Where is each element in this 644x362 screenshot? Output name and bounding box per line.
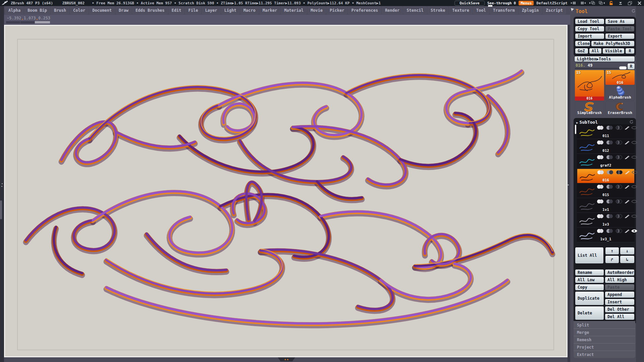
autoreorder-button[interactable]: AutoReorder bbox=[605, 269, 635, 276]
dock-left-icon[interactable] bbox=[589, 1, 596, 5]
subtool-item-011[interactable]: 011 bbox=[577, 124, 635, 139]
menu-item-color[interactable]: Color bbox=[70, 7, 88, 14]
menu-item-document[interactable]: Document bbox=[89, 7, 115, 14]
subtool-item-1v3[interactable]: 1v3 bbox=[577, 213, 635, 228]
duplicate-button[interactable]: Duplicate bbox=[575, 291, 604, 305]
subtool-item-1v1[interactable]: 1v1 bbox=[577, 198, 635, 213]
visible-r-button[interactable]: R bbox=[625, 48, 635, 54]
section-merge[interactable]: Merge bbox=[574, 328, 635, 336]
subtool-scrollbar[interactable] bbox=[575, 125, 576, 134]
tool-slider-track[interactable] bbox=[575, 68, 625, 69]
left-tray-open-arrow[interactable]: ◂▸ bbox=[0, 182, 4, 188]
subtool-item-graf2[interactable]: graf2 bbox=[577, 154, 635, 169]
shade-toggle-icon[interactable] bbox=[606, 170, 614, 175]
shade-toggle-icon[interactable] bbox=[606, 125, 614, 130]
shade-toggle-icon[interactable] bbox=[606, 140, 614, 145]
subtool-item-1v3_1[interactable]: 1v3_1 bbox=[577, 228, 635, 242]
close-icon[interactable] bbox=[636, 1, 643, 5]
shade-toggle-icon[interactable] bbox=[606, 229, 614, 233]
goz-button[interactable]: GoZ bbox=[575, 48, 588, 54]
menu-item-edit[interactable]: Edit bbox=[169, 7, 184, 14]
pen-icon[interactable] bbox=[625, 170, 630, 175]
subtool-up-button[interactable]: ↑ bbox=[605, 247, 619, 255]
pen-icon[interactable] bbox=[625, 184, 630, 189]
quicksave-button[interactable]: QuickSave bbox=[454, 1, 485, 6]
menu-item-zplugin[interactable]: Zplugin bbox=[519, 7, 542, 14]
subtool-down-button[interactable]: ↓ bbox=[620, 247, 635, 255]
visible-button[interactable]: Visible bbox=[602, 48, 625, 54]
menu-item-material[interactable]: Material bbox=[281, 7, 307, 14]
menu-item-movie[interactable]: Movie bbox=[308, 7, 326, 14]
halfcircle-toggle-icon[interactable] bbox=[615, 229, 623, 233]
insert-button[interactable]: Insert bbox=[605, 299, 635, 305]
divider-left-icon[interactable] bbox=[570, 1, 577, 5]
active-tool-thumbnail[interactable]: 15 016 bbox=[575, 70, 604, 101]
polypaint-toggle-icon[interactable] bbox=[596, 214, 604, 219]
eye-icon[interactable] bbox=[631, 126, 637, 130]
menu-item-picker[interactable]: Picker bbox=[327, 7, 347, 14]
polypaint-toggle-icon[interactable] bbox=[596, 155, 604, 160]
del-all-button[interactable]: Del All bbox=[605, 313, 635, 320]
menu-item-stencil[interactable]: Stencil bbox=[404, 7, 427, 14]
menu-item-edds-brushes[interactable]: Edds Brushes bbox=[132, 7, 168, 14]
halfcircle-toggle-icon[interactable] bbox=[615, 155, 623, 160]
pen-icon[interactable] bbox=[625, 155, 630, 160]
all-button[interactable]: All bbox=[589, 48, 602, 54]
document-canvas[interactable] bbox=[4, 25, 568, 357]
subtool-refresh-icon[interactable] bbox=[629, 120, 634, 124]
make-polymesh3d-button[interactable]: Make PolyMesh3D bbox=[591, 41, 635, 47]
section-project[interactable]: Project bbox=[574, 343, 635, 351]
shade-toggle-icon[interactable] bbox=[606, 199, 614, 204]
del-other-button[interactable]: Del Other bbox=[605, 306, 635, 313]
restore-icon[interactable] bbox=[627, 1, 633, 5]
halfcircle-toggle-icon[interactable] bbox=[615, 140, 623, 145]
clone-button[interactable]: Clone bbox=[575, 41, 590, 47]
menu-item-stroke[interactable]: Stroke bbox=[428, 7, 448, 14]
polypaint-toggle-icon[interactable] bbox=[597, 170, 605, 175]
left-tray-scrollbar[interactable] bbox=[0, 200, 2, 219]
halfcircle-toggle-icon[interactable] bbox=[615, 199, 623, 204]
slider-r-button[interactable]: R bbox=[627, 63, 635, 70]
eraserbrush-tile[interactable]: EraserBrush bbox=[605, 101, 635, 116]
right-tray-open-arrow[interactable]: ▸ bbox=[568, 183, 569, 186]
section-extract[interactable]: Extract bbox=[574, 351, 635, 358]
menu-item-zscript[interactable]: Zscript bbox=[543, 7, 566, 14]
tool-slider-handle[interactable] bbox=[619, 66, 627, 69]
pen-icon[interactable] bbox=[625, 125, 630, 130]
lightbox-tools-button[interactable]: Lightbox▶Tools bbox=[574, 56, 635, 62]
menu-item-file[interactable]: File bbox=[185, 7, 201, 14]
minimize-icon[interactable] bbox=[617, 1, 624, 5]
menu-item-macro[interactable]: Macro bbox=[240, 7, 259, 14]
shade-toggle-icon[interactable] bbox=[606, 214, 614, 219]
eye-icon[interactable] bbox=[632, 170, 638, 174]
menu-item-transform[interactable]: Transform bbox=[490, 7, 518, 14]
polypaint-toggle-icon[interactable] bbox=[596, 140, 604, 145]
see-through-slider[interactable]: See-through 0 bbox=[487, 1, 516, 5]
halfcircle-toggle-icon[interactable] bbox=[615, 170, 624, 175]
pen-icon[interactable] bbox=[625, 140, 630, 145]
export-button[interactable]: Export bbox=[605, 33, 635, 39]
halfcircle-toggle-icon[interactable] bbox=[615, 184, 623, 189]
pen-icon[interactable] bbox=[625, 214, 630, 219]
section-split[interactable]: Split bbox=[574, 321, 635, 328]
polypaint-toggle-icon[interactable] bbox=[596, 125, 604, 130]
eye-icon[interactable] bbox=[631, 214, 637, 218]
pen-icon[interactable] bbox=[625, 199, 630, 204]
alphabrush-tile[interactable]: AlphaBrush bbox=[605, 86, 635, 101]
copy-tool-button[interactable]: Copy Tool bbox=[575, 26, 604, 32]
subtool-move-up-turn-button[interactable]: ↱ bbox=[605, 255, 619, 263]
menu-item-light[interactable]: Light bbox=[221, 7, 239, 14]
polypaint-toggle-icon[interactable] bbox=[596, 199, 604, 204]
copy-subtool-button[interactable]: Copy bbox=[575, 284, 604, 291]
sculpt-viewport[interactable] bbox=[5, 26, 567, 356]
menu-item-preferences[interactable]: Preferences bbox=[348, 7, 381, 14]
menus-toggle-button[interactable]: Menus bbox=[519, 1, 534, 5]
menu-item-brush[interactable]: Brush bbox=[51, 7, 69, 14]
append-button[interactable]: Append bbox=[605, 291, 635, 298]
eye-icon[interactable] bbox=[631, 229, 637, 233]
default-zscript-button[interactable]: DefaultZScript bbox=[536, 1, 568, 5]
eye-icon[interactable] bbox=[631, 199, 637, 203]
secondary-tool-thumbnail[interactable]: 15 016 bbox=[605, 70, 635, 85]
polypaint-toggle-icon[interactable] bbox=[596, 184, 604, 189]
shade-toggle-icon[interactable] bbox=[606, 184, 614, 189]
